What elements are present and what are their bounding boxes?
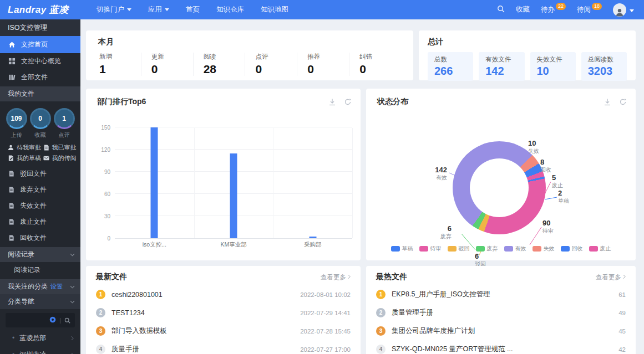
quick-link-label: 我的草稿 — [17, 154, 41, 162]
latest-more-link[interactable]: 查看更多 — [321, 273, 351, 281]
bar-chart-title: 部门排行Top6 — [97, 97, 146, 107]
sidebar-section-reading[interactable]: 阅读记录 — [0, 247, 80, 262]
sidebar-item-docs-overview[interactable]: 文控中心概览 — [0, 53, 80, 69]
list-item[interactable]: 2TEST12342022-07-29 14:41 — [96, 304, 351, 322]
hottest-more-link[interactable]: 查看更多 — [596, 273, 626, 281]
donut-label-text: 失效 — [528, 148, 539, 155]
stat-label: 总数 — [434, 55, 466, 64]
legend-item-abolished[interactable]: 废止 — [589, 245, 611, 253]
file-title[interactable]: 质量手册 — [111, 345, 139, 354]
refresh-icon[interactable] — [619, 98, 627, 106]
list-item[interactable]: 4SZYK-QD-MN025 量产ORT管理规范 ...42 — [376, 340, 626, 354]
sidebar-item-invalid-files[interactable]: 失效文件 — [0, 198, 80, 214]
hottest-files-card: 最热文件 查看更多 1EKP8.5_用户手册_ISO文控管理612质量管理手册4… — [366, 266, 636, 354]
bar-iso文控...[interactable] — [151, 127, 158, 238]
donut-label-rejected: 6驳回 — [475, 253, 486, 267]
latest-files-list: 1ceshi2208010012022-08-01 10:022TEST1234… — [96, 285, 351, 354]
download-icon[interactable] — [604, 98, 611, 106]
category-tree: •蓝凌总部•深圳蓝凌•广州蓝凌•上海蓝凌 — [0, 330, 80, 354]
stat-label: 上传 — [5, 131, 28, 139]
sidebar-item-label: 失效文件 — [20, 201, 47, 211]
sidebar-link-await-my-approval[interactable]: 待我审批 — [8, 143, 43, 152]
stat-label: 点评 — [53, 131, 76, 139]
y-axis-tick: 0 — [92, 235, 110, 242]
sidebar-stat-favorites[interactable]: 0收藏 — [29, 108, 52, 139]
file-title[interactable]: 集团公司品牌年度推广计划 — [392, 326, 475, 336]
donut-label-value: 90 — [542, 219, 554, 228]
navbar-right: 收藏待办22待阅18 — [497, 3, 634, 17]
legend-item-discarded[interactable]: 废弃 — [476, 245, 498, 253]
medal-rank-1-icon: 1 — [96, 290, 105, 299]
nav-item-label: 应用 — [148, 5, 162, 14]
sidebar-link-my-circulated[interactable]: 我的传阅 — [43, 154, 79, 162]
legend-item-valid[interactable]: 有效 — [504, 245, 526, 253]
donut-label-pending: 90待审 — [542, 219, 554, 234]
donut-ring — [453, 141, 546, 234]
settings-link[interactable]: 设置 — [50, 283, 63, 291]
search-icon-small[interactable] — [64, 317, 70, 324]
list-item[interactable]: 3部门导入数据模板2022-07-28 15:45 — [96, 322, 351, 340]
nav-item-apps[interactable]: 应用 — [148, 5, 169, 14]
file-title[interactable]: EKP8.5_用户手册_ISO文控管理 — [392, 290, 490, 299]
mail-icon — [43, 155, 49, 161]
sidebar-item-abolished-files[interactable]: 废止文件 — [0, 214, 80, 230]
legend-label: 待审 — [430, 245, 442, 253]
category-search-input[interactable] — [10, 317, 46, 324]
toread-badge: 18 — [592, 3, 602, 10]
nav-item-toread[interactable]: 待阅18 — [577, 5, 602, 14]
sidebar-item-all-files[interactable]: 全部文件 — [0, 69, 80, 85]
user-menu[interactable] — [613, 3, 634, 17]
sidebar-link-my-approved[interactable]: 我已审批 — [43, 143, 79, 152]
y-axis-tick: 60 — [92, 191, 110, 197]
file-title[interactable]: 部门导入数据模板 — [111, 326, 167, 336]
file-title[interactable]: SZYK-QD-MN025 量产ORT管理规范 ... — [392, 345, 513, 354]
gridline-vertical — [273, 128, 273, 238]
sidebar-item-rejected-files[interactable]: 驳回文件 — [0, 166, 80, 182]
chevron-down-icon — [70, 300, 75, 304]
donut-label-recycled: 8回收 — [540, 158, 551, 173]
sidebar-stat-uploads[interactable]: 109上传 — [5, 108, 28, 139]
nav-item-knowledge-map[interactable]: 知识地图 — [261, 5, 288, 14]
legend-item-invalid[interactable]: 失效 — [533, 245, 555, 253]
file-title[interactable]: 质量管理手册 — [392, 308, 433, 317]
file-title[interactable]: TEST1234 — [111, 309, 145, 317]
stat-value: 0 — [359, 63, 401, 76]
nav-item-favorites[interactable]: 收藏 — [516, 5, 530, 14]
list-item[interactable]: 1ceshi2208010012022-08-01 10:02 — [96, 285, 351, 304]
bar-采购部[interactable] — [309, 237, 316, 238]
list-item[interactable]: 2质量管理手册49 — [376, 304, 626, 322]
sidebar-section-category-nav[interactable]: 分类导航 — [0, 294, 80, 309]
legend-swatch — [448, 246, 457, 252]
list-item[interactable]: 3集团公司品牌年度推广计划45 — [376, 322, 626, 340]
stat-value: 142 — [485, 65, 518, 78]
divider: | — [59, 317, 61, 324]
target-icon[interactable] — [49, 316, 56, 325]
sidebar-item-docs-home[interactable]: 文控首页 — [0, 36, 80, 53]
download-icon[interactable] — [328, 98, 336, 106]
sidebar-item-reading-records[interactable]: 阅读记录 — [0, 262, 80, 278]
legend-item-draft[interactable]: 草稿 — [391, 245, 413, 253]
list-item[interactable]: 1EKP8.5_用户手册_ISO文控管理61 — [376, 285, 626, 304]
sidebar-section-followed-categories[interactable]: 我关注的分类 设置 — [0, 279, 80, 294]
total-card-title: 总计 — [428, 37, 627, 47]
file-title[interactable]: ceshi220801001 — [111, 291, 163, 299]
sidebar-item-discarded-files[interactable]: 废弃文件 — [0, 182, 80, 198]
refresh-icon[interactable] — [344, 98, 352, 106]
sidebar-tree-landray-hq[interactable]: •蓝凌总部 — [0, 330, 80, 346]
list-item[interactable]: 4质量手册2022-07-27 17:00 — [96, 340, 351, 354]
sidebar-stat-comments[interactable]: 1点评 — [53, 108, 76, 139]
sidebar-tree-shenzhen[interactable]: •深圳蓝凌 — [0, 346, 80, 354]
sidebar-link-my-drafts[interactable]: 我的草稿 — [8, 154, 43, 162]
sidebar-item-recycled-files[interactable]: 回收文件 — [0, 230, 80, 246]
legend-item-pending[interactable]: 待审 — [419, 245, 442, 253]
nav-item-label: 知识地图 — [261, 5, 288, 14]
nav-item-todo[interactable]: 待办22 — [541, 5, 566, 14]
bar-KM事业部[interactable] — [230, 153, 237, 238]
nav-item-knowledge-repo[interactable]: 知识仓库 — [216, 5, 244, 14]
legend-item-rejected[interactable]: 驳回 — [448, 245, 470, 253]
nav-item-home[interactable]: 首页 — [186, 5, 200, 14]
nav-item-switch-portal[interactable]: 切换门户 — [97, 5, 131, 14]
stat-label: 纠错 — [359, 53, 401, 61]
global-search-button[interactable] — [497, 5, 505, 14]
legend-item-recycled[interactable]: 回收 — [561, 245, 583, 253]
